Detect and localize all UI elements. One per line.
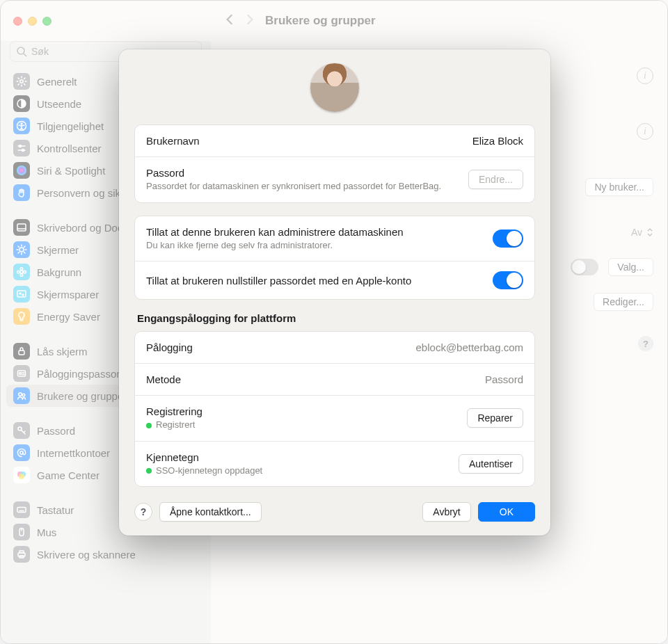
username-value: Eliza Block <box>472 135 523 147</box>
autologin-value: Av <box>631 227 642 238</box>
login-label: Pålogging <box>146 341 416 353</box>
svg-point-16 <box>20 274 23 277</box>
token-label: Kjennetegn <box>146 451 459 463</box>
svg-rect-11 <box>17 224 26 231</box>
username-label: Brukernavn <box>146 135 472 147</box>
svg-point-9 <box>22 150 24 152</box>
sidebar-item-label: Påloggingspassord <box>37 368 126 380</box>
svg-point-10 <box>17 166 26 175</box>
user-avatar[interactable] <box>310 63 359 112</box>
printer-icon <box>13 546 30 563</box>
mouse-icon <box>13 524 30 540</box>
svg-point-21 <box>22 294 24 296</box>
dock-icon <box>13 219 30 236</box>
sidebar-item-label: Passord <box>37 425 75 437</box>
keyboard-icon <box>13 501 30 518</box>
svg-point-20 <box>19 293 21 294</box>
help-button-bg[interactable]: ? <box>638 336 653 351</box>
sso-group: Pålogging eblock@betterbag.com Metode Pa… <box>134 331 535 487</box>
fullscreen-window-button[interactable] <box>42 17 51 26</box>
sidebar-item-label: Lås skjerm <box>37 346 88 357</box>
sidebar-item-label: Skrivebord og Dock <box>37 222 128 234</box>
gamecenter-icon <box>13 467 30 483</box>
options-button[interactable]: Valg... <box>608 258 653 276</box>
sidebar-item-label: Siri & Spotlight <box>37 165 105 177</box>
authenticate-button[interactable]: Autentiser <box>459 454 523 474</box>
svg-rect-23 <box>19 351 24 355</box>
help-button[interactable]: ? <box>134 503 152 521</box>
svg-point-14 <box>20 271 23 273</box>
back-button[interactable] <box>225 13 234 29</box>
sidebar-item-label: Internettkontoer <box>37 447 110 459</box>
sidebar-item-label: Bakgrunn <box>37 266 81 278</box>
reset-label: Tillat at brukeren nullstiller passordet… <box>146 275 493 287</box>
info-button-1[interactable]: i <box>637 67 653 84</box>
svg-point-15 <box>20 268 23 271</box>
repair-button[interactable]: Reparer <box>467 408 523 428</box>
svg-point-5 <box>21 123 22 124</box>
svg-point-34 <box>19 474 24 479</box>
sidebar-item-label: Game Center <box>37 469 100 481</box>
sidebar-item-label: Skjermsparer <box>37 289 99 300</box>
gear-icon <box>13 73 30 90</box>
svg-point-25 <box>19 373 22 375</box>
sidebar-item-label: Energy Saver <box>37 311 100 323</box>
svg-point-28 <box>19 393 22 396</box>
cancel-button[interactable]: Avbryt <box>422 502 470 522</box>
user-settings-dialog: Brukernavn Eliza Block Passord Passordet… <box>119 49 550 536</box>
svg-point-0 <box>17 47 24 54</box>
minimize-window-button[interactable] <box>28 17 37 26</box>
svg-point-8 <box>19 145 22 147</box>
login-value: eblock@betterbag.com <box>416 341 523 353</box>
search-icon <box>16 46 27 57</box>
sidebar-item-label: Utseende <box>37 98 81 110</box>
admin-subtitle: Du kan ikke fjerne deg selv fra administ… <box>146 239 493 252</box>
change-password-button[interactable]: Endre... <box>468 170 523 189</box>
toolbar: Brukere og grupper <box>211 1 667 41</box>
identity-group: Brukernavn Eliza Block Passord Passordet… <box>134 124 535 203</box>
ok-button[interactable]: OK <box>478 502 535 522</box>
sidebar-item-label: Generelt <box>37 76 77 88</box>
permissions-group: Tillat at denne brukeren kan administrer… <box>134 216 535 300</box>
method-label: Metode <box>146 373 485 385</box>
registration-status: Registrert <box>146 419 467 431</box>
status-dot-icon <box>146 423 152 428</box>
svg-rect-19 <box>17 291 26 297</box>
sidebar-item-label: Skjermer <box>37 244 79 256</box>
sidebar-item-skrivere-og-skannere[interactable]: Skrivere og skannere <box>6 543 205 565</box>
registration-label: Registrering <box>146 405 467 417</box>
svg-point-18 <box>24 271 26 273</box>
sidebar-item-label: Kontrollsenter <box>37 143 102 154</box>
sidebar-item-label: Tilgjengelighet <box>37 120 104 132</box>
siri-icon <box>13 162 30 179</box>
sliders-icon <box>13 140 30 156</box>
users-icon <box>13 387 30 404</box>
key-icon <box>13 422 30 439</box>
sso-section-title: Engangspålogging for plattform <box>137 312 532 324</box>
svg-point-2 <box>20 80 23 83</box>
admin-label: Tillat at denne brukeren kan administrer… <box>146 226 493 238</box>
guest-toggle[interactable] <box>571 259 598 275</box>
token-status: SSO-kjennetegn oppdaget <box>146 465 459 477</box>
info-button-2[interactable]: i <box>637 123 653 140</box>
sidebar-item-label: Mus <box>37 526 56 538</box>
flower-icon <box>13 264 30 280</box>
sidebar-item-label: Skrivere og skannere <box>37 549 136 561</box>
svg-point-17 <box>17 271 20 273</box>
edit-button[interactable]: Rediger... <box>594 293 653 311</box>
sidebar-item-label: Tastatur <box>37 504 74 516</box>
method-value: Passord <box>485 373 523 385</box>
admin-toggle[interactable] <box>493 230 523 248</box>
forward-button[interactable] <box>245 13 255 29</box>
hand-icon <box>13 184 30 201</box>
close-window-button[interactable] <box>13 17 22 26</box>
lock-icon <box>13 343 30 360</box>
apple-reset-toggle[interactable] <box>493 271 523 289</box>
open-contact-card-button[interactable]: Åpne kontaktkort... <box>159 502 262 522</box>
window-controls <box>13 17 51 26</box>
contrast-icon <box>13 95 30 112</box>
new-user-button[interactable]: Ny bruker... <box>585 178 653 196</box>
sidebar-item-label: Brukere og grupper <box>37 390 127 402</box>
chevron-updown-icon <box>646 227 653 238</box>
bulb-icon <box>13 308 30 325</box>
